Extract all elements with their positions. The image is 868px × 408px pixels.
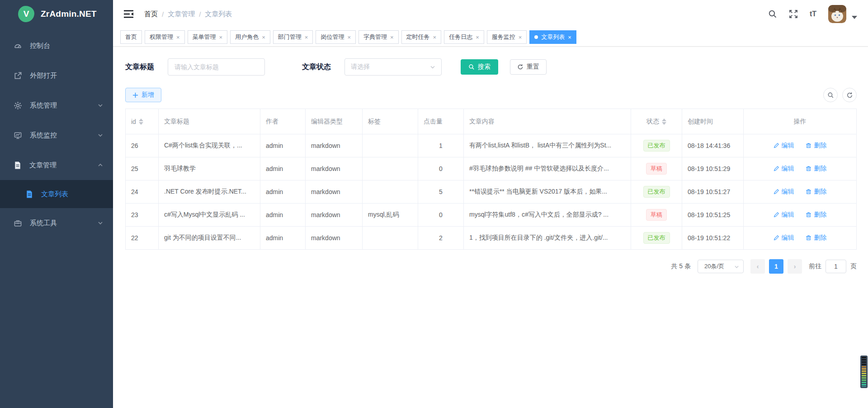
- breadcrumb-home[interactable]: 首页: [144, 10, 158, 19]
- edit-button[interactable]: 编辑: [774, 165, 794, 173]
- sidebar-item-external-open[interactable]: 外部打开: [0, 61, 113, 90]
- tab-article-list[interactable]: 文章列表×: [529, 30, 576, 44]
- tab-task-log[interactable]: 任务日志×: [444, 30, 484, 44]
- breadcrumb-separator: /: [199, 10, 201, 18]
- top-header: 首页 / 文章管理 / 文章列表 tT: [113, 0, 868, 28]
- reset-button[interactable]: 重置: [510, 59, 547, 75]
- close-icon[interactable]: ×: [390, 34, 394, 40]
- refresh-icon: [846, 92, 853, 99]
- close-icon[interactable]: ×: [519, 34, 522, 40]
- delete-button[interactable]: 删除: [806, 142, 826, 150]
- close-icon[interactable]: ×: [262, 34, 265, 40]
- cell-content: mysql字符集utf8，c#写入中文后，全部显示成? ...: [464, 204, 631, 227]
- sort-icon[interactable]: [662, 119, 666, 125]
- column-header-status[interactable]: 状态: [631, 109, 682, 134]
- column-header-title: 文章标题: [159, 109, 260, 134]
- cell-content: 1，找到项目所在目录下的 .git/文件夹，进入.git/...: [464, 227, 631, 250]
- close-icon[interactable]: ×: [568, 34, 571, 40]
- tab-department[interactable]: 部门管理×: [273, 30, 313, 44]
- article-status-select[interactable]: 请选择: [344, 58, 442, 76]
- delete-button[interactable]: 删除: [806, 165, 826, 173]
- status-badge: 草稿: [646, 209, 667, 221]
- edit-button[interactable]: 编辑: [774, 234, 794, 242]
- goto-page-input[interactable]: [826, 260, 846, 273]
- cell-clicks: 1: [418, 134, 464, 157]
- fullscreen-icon[interactable]: [789, 9, 798, 19]
- delete-button[interactable]: 删除: [806, 211, 826, 219]
- performance-meter-bars: [862, 357, 866, 387]
- sort-icon[interactable]: [139, 119, 143, 125]
- cell-editor: markdown: [306, 204, 363, 227]
- tab-user-role[interactable]: 用户角色×: [230, 30, 270, 44]
- page-unit-label: 页: [850, 262, 857, 270]
- tab-post[interactable]: 岗位管理×: [316, 30, 356, 44]
- external-link-icon: [14, 71, 22, 80]
- tab-menu[interactable]: 菜单管理×: [188, 30, 228, 44]
- article-title-label: 文章标题: [125, 62, 154, 72]
- column-header-content: 文章内容: [464, 109, 631, 134]
- tab-scheduled-task[interactable]: 定时任务×: [401, 30, 442, 44]
- add-button[interactable]: 新增: [125, 88, 161, 102]
- document-icon: [25, 190, 33, 199]
- close-icon[interactable]: ×: [476, 34, 479, 40]
- close-icon[interactable]: ×: [305, 34, 308, 40]
- avatar[interactable]: [828, 5, 846, 23]
- logo-icon: V: [18, 6, 34, 22]
- sidebar-item-article-management[interactable]: 文章管理: [0, 150, 113, 180]
- cell-title: C#两个list集合实现关联，...: [159, 134, 260, 157]
- table-row: 25 羽毛球教学 admin markdown 0 #羽毛球拍参数说明 ## 中…: [126, 157, 857, 180]
- page-size-select[interactable]: 20条/页: [698, 260, 744, 273]
- app-logo[interactable]: V ZrAdmin.NET: [0, 0, 113, 28]
- tab-home[interactable]: 首页: [120, 30, 142, 44]
- edit-button[interactable]: 编辑: [774, 188, 794, 196]
- sidebar-toggle-icon[interactable]: [124, 10, 133, 18]
- cell-title: .NET Core 发布时提示.NET...: [159, 180, 260, 204]
- tab-permission[interactable]: 权限管理×: [145, 30, 185, 44]
- search-icon[interactable]: [768, 9, 777, 19]
- breadcrumb-separator: /: [162, 10, 164, 18]
- search-form: 文章标题 文章状态 请选择 搜索: [125, 58, 857, 76]
- cell-id: 26: [126, 134, 159, 157]
- chevron-down-icon: [98, 103, 103, 108]
- close-icon[interactable]: ×: [219, 34, 223, 40]
- sidebar-item-dashboard[interactable]: 控制台: [0, 31, 113, 61]
- prev-page-button[interactable]: ‹: [750, 259, 765, 274]
- user-menu[interactable]: [828, 5, 857, 23]
- close-icon[interactable]: ×: [176, 34, 180, 40]
- cell-id: 22: [126, 227, 159, 250]
- column-header-id[interactable]: id: [126, 109, 159, 134]
- delete-button[interactable]: 删除: [806, 234, 826, 242]
- font-size-icon[interactable]: tT: [810, 10, 816, 18]
- article-title-input[interactable]: [168, 58, 265, 76]
- refresh-table-button[interactable]: [842, 88, 857, 102]
- sidebar-item-article-list[interactable]: 文章列表: [0, 180, 113, 208]
- close-icon[interactable]: ×: [347, 34, 351, 40]
- sidebar: V ZrAdmin.NET 控制台 外部打开: [0, 0, 113, 408]
- delete-button[interactable]: 删除: [806, 188, 826, 196]
- tab-service-monitor[interactable]: 服务监控×: [487, 30, 527, 44]
- sidebar-item-system-tools[interactable]: 系统工具: [0, 208, 113, 238]
- sidebar-item-label: 文章列表: [41, 190, 68, 199]
- cell-tags: mysql,乱码: [363, 204, 418, 227]
- sidebar-item-system-monitor[interactable]: 系统监控: [0, 120, 113, 150]
- search-button[interactable]: 搜索: [461, 59, 498, 75]
- cell-title: c#写入Mysql中文显示乱码 ...: [159, 204, 260, 227]
- edit-button[interactable]: 编辑: [774, 142, 794, 150]
- close-icon[interactable]: ×: [433, 34, 437, 40]
- chevron-down-icon: [734, 264, 739, 269]
- show-search-button[interactable]: [823, 88, 838, 102]
- page-number-current[interactable]: 1: [769, 259, 783, 274]
- next-page-button[interactable]: ›: [788, 259, 802, 274]
- cell-editor: markdown: [306, 180, 363, 204]
- tab-dictionary[interactable]: 字典管理×: [359, 30, 399, 44]
- cell-clicks: 2: [418, 227, 464, 250]
- caret-down-icon[interactable]: [852, 16, 857, 19]
- cell-id: 24: [126, 180, 159, 204]
- cell-created: 08-19 10:51:29: [682, 157, 744, 180]
- edit-button[interactable]: 编辑: [774, 211, 794, 219]
- plus-icon: [132, 92, 138, 98]
- cell-tags: [363, 227, 418, 250]
- status-badge: 已发布: [643, 186, 670, 198]
- breadcrumb-section: 文章管理: [168, 10, 195, 19]
- sidebar-item-system-management[interactable]: 系统管理: [0, 90, 113, 120]
